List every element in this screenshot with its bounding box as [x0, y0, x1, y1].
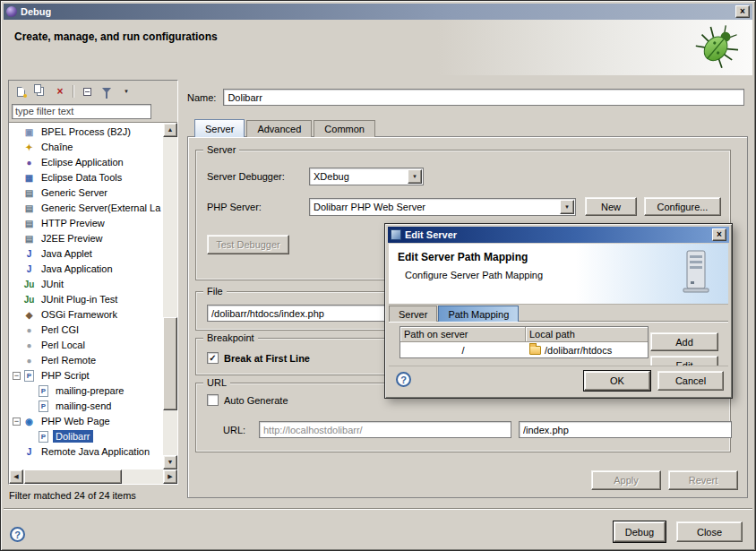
- local-path-cell: /dolibarr/htdocs: [526, 342, 648, 357]
- tree-item-php-script[interactable]: −PPHP Script: [11, 368, 163, 383]
- new-server-button[interactable]: New: [585, 197, 637, 216]
- cancel-button[interactable]: Cancel: [657, 371, 724, 391]
- tab-advanced[interactable]: Advanced: [246, 120, 312, 137]
- tree-item-generic-server-external-la[interactable]: ▤Generic Server(External La: [11, 201, 163, 216]
- php-server-select[interactable]: Dolibarr PHP Web Server ▼: [309, 198, 576, 216]
- tree-item-java-applet[interactable]: JJava Applet: [11, 246, 163, 262]
- duplicate-button[interactable]: [31, 83, 49, 99]
- tree-item-label: HTTP Preview: [39, 217, 107, 229]
- php-file-icon: P: [39, 400, 48, 412]
- tree-item-remote-java-application[interactable]: JRemote Java Application: [11, 444, 163, 460]
- tree-item-osgi-framework[interactable]: ◆OSGi Framework: [11, 307, 163, 323]
- tab-common[interactable]: Common: [314, 120, 375, 137]
- tree-indent: [11, 406, 25, 407]
- java-icon: J: [22, 249, 36, 259]
- titlebar[interactable]: Debug ×: [4, 4, 752, 20]
- php-server-value: Dolibarr PHP Web Server: [310, 202, 559, 212]
- tree-item-label: JUnit: [39, 278, 66, 290]
- tree-item-eclipse-application[interactable]: ●Eclipse Application: [11, 155, 163, 170]
- filter-status: Filter matched 24 of 24 items: [9, 490, 136, 501]
- ok-button[interactable]: OK: [584, 371, 650, 391]
- chevron-down-icon[interactable]: ▼: [560, 200, 574, 214]
- apply-button[interactable]: Apply: [591, 470, 661, 490]
- break-at-first-line-label: Break at First Line: [224, 353, 310, 364]
- auto-generate-checkbox[interactable]: [207, 394, 219, 406]
- tree-item-perl-remote[interactable]: ●Perl Remote: [11, 353, 163, 368]
- tab-server[interactable]: Server: [194, 119, 245, 137]
- path-mapping-table: Path on server Local path / /dolibarr/ht…: [399, 326, 649, 358]
- horizontal-scroll-thumb[interactable]: [24, 469, 122, 484]
- scroll-left-icon[interactable]: ◀: [9, 469, 23, 484]
- tree-item-junit-plug-in-test[interactable]: JuJUnit Plug-in Test: [11, 292, 163, 307]
- vertical-scroll-thumb[interactable]: [163, 317, 177, 411]
- collapse-all-icon: [83, 88, 91, 96]
- tree-indent: [11, 436, 25, 437]
- tree-item-junit[interactable]: JuJUnit: [11, 277, 163, 292]
- tree-item-label: Eclipse Data Tools: [39, 171, 125, 184]
- tree-item-label: Perl Remote: [39, 354, 99, 366]
- configure-button[interactable]: Configure...: [644, 197, 721, 216]
- tree-item-label: Perl CGI: [39, 323, 82, 336]
- test-debugger-button[interactable]: Test Debugger: [207, 235, 289, 254]
- server-debugger-select[interactable]: XDebug ▼: [309, 168, 424, 185]
- name-input[interactable]: [223, 89, 744, 106]
- tree-item-j2ee-preview[interactable]: ▤J2EE Preview: [11, 231, 163, 246]
- filter-button[interactable]: [98, 83, 116, 99]
- delete-button[interactable]: ×: [51, 83, 69, 99]
- column-path-on-server[interactable]: Path on server: [400, 327, 526, 342]
- dialog-help-icon[interactable]: ?: [396, 372, 411, 387]
- dialog-titlebar[interactable]: Edit Server ×: [388, 227, 729, 243]
- php-server-label: PHP Server:: [207, 202, 262, 212]
- new-page-icon: [17, 87, 25, 97]
- tree-item-cha-ne[interactable]: ✦Chaîne: [11, 140, 163, 155]
- window-icon: [6, 6, 17, 17]
- toolbar-menu-button[interactable]: ▼: [117, 83, 135, 99]
- help-icon[interactable]: ?: [10, 527, 25, 542]
- chevron-down-icon[interactable]: ▼: [408, 169, 422, 184]
- filter-input[interactable]: [12, 104, 151, 119]
- base-url-input[interactable]: [259, 421, 511, 438]
- tree-item-perl-local[interactable]: ●Perl Local: [11, 338, 163, 353]
- dialog-subheading: Configure Server Path Mapping: [405, 270, 543, 280]
- dialog-close-icon[interactable]: ×: [712, 228, 726, 241]
- tree-vertical-scrollbar[interactable]: ▲ ▼: [163, 123, 177, 470]
- scroll-up-icon[interactable]: ▲: [163, 123, 177, 137]
- revert-button[interactable]: Revert: [668, 470, 738, 490]
- tree-item-php-web-page[interactable]: −◉PHP Web Page: [11, 414, 163, 429]
- collapse-all-button[interactable]: [78, 83, 96, 99]
- breakpoint-group-title: Breakpoint: [203, 332, 258, 343]
- scroll-down-icon[interactable]: ▼: [163, 455, 177, 469]
- check-icon: ✓: [209, 353, 216, 363]
- tree-item-perl-cgi[interactable]: ●Perl CGI: [11, 323, 163, 338]
- url-path-input[interactable]: [519, 421, 732, 438]
- collapse-expander-icon[interactable]: −: [11, 372, 22, 380]
- tree-horizontal-scrollbar[interactable]: ◀ ▶: [9, 469, 177, 484]
- tree-item-mailing-send[interactable]: Pmailing-send: [11, 399, 163, 414]
- close-icon[interactable]: ×: [735, 5, 750, 18]
- debug-button[interactable]: Debug: [614, 521, 666, 542]
- tree-item-bpel-process-b2j[interactable]: ▣BPEL Process (B2J): [11, 125, 163, 140]
- tree-item-generic-server[interactable]: ▤Generic Server: [11, 185, 163, 201]
- window-title: Debug: [21, 6, 732, 17]
- footer-separator: [4, 508, 752, 510]
- close-button[interactable]: Close: [676, 521, 743, 542]
- dialog-tab-path-mapping[interactable]: Path Mapping: [438, 306, 519, 322]
- copy-icon: [34, 84, 41, 93]
- tree-item-mailing-prepare[interactable]: Pmailing-prepare: [11, 383, 163, 399]
- table-header: Path on server Local path: [400, 327, 648, 342]
- tree-item-java-application[interactable]: JJava Application: [11, 262, 163, 277]
- tree-wrap: ▣BPEL Process (B2J)✦Chaîne●Eclipse Appli…: [9, 122, 177, 470]
- collapse-expander-icon[interactable]: −: [11, 418, 22, 426]
- column-local-path[interactable]: Local path: [526, 327, 648, 342]
- scroll-right-icon[interactable]: ▶: [163, 469, 177, 484]
- add-button[interactable]: Add: [650, 332, 718, 351]
- tree-item-eclipse-data-tools[interactable]: ▦Eclipse Data Tools: [11, 170, 163, 185]
- break-at-first-line-checkbox[interactable]: ✓: [207, 352, 219, 364]
- tree-item-dolibarr[interactable]: PDolibarr: [11, 429, 163, 444]
- table-row[interactable]: / /dolibarr/htdocs: [400, 342, 648, 357]
- new-configuration-button[interactable]: [12, 83, 30, 99]
- dialog-tab-server[interactable]: Server: [389, 306, 437, 322]
- tree-item-http-preview[interactable]: ▤HTTP Preview: [11, 216, 163, 231]
- file-group-title: File: [203, 286, 227, 297]
- bug-icon: [693, 22, 742, 71]
